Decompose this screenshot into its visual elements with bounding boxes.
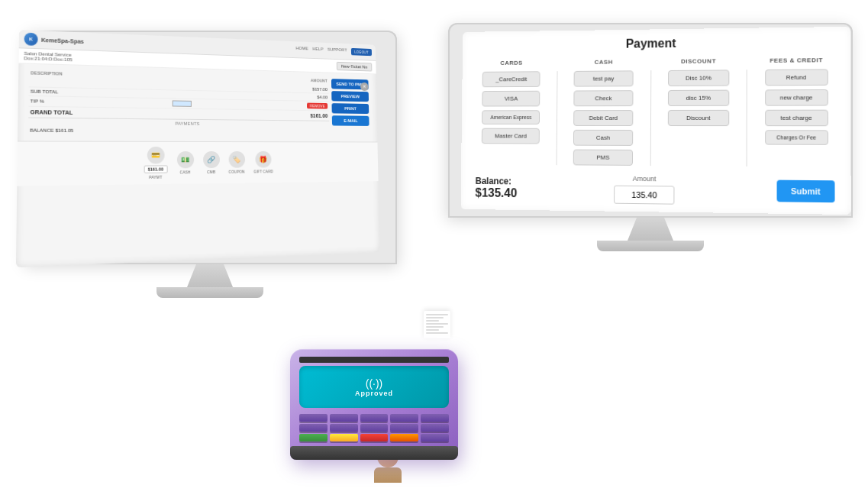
key-extra[interactable]	[421, 434, 449, 441]
new-charge-button[interactable]: new charge	[765, 89, 828, 106]
new-ticket-button[interactable]: New-Ticket No	[337, 62, 373, 72]
fees-column: FEES & CREDIT Refund new charge test cha…	[753, 57, 840, 167]
coupon-label: COUPON	[228, 170, 244, 174]
pos-terminal: ((·)) Approved	[290, 349, 458, 460]
pms-button[interactable]: PMS	[573, 150, 633, 166]
coupon-icon: 🏷️	[228, 151, 245, 168]
key-3[interactable]	[360, 414, 389, 422]
close-button[interactable]: ✕	[360, 82, 369, 91]
receipt-paper	[424, 311, 450, 338]
cash-column-title: CASH	[595, 59, 613, 66]
key-1[interactable]	[299, 414, 328, 422]
key-orange[interactable]	[390, 434, 418, 441]
amex-button[interactable]: American Express	[482, 110, 540, 124]
mastercard-button[interactable]: Master Card	[482, 128, 540, 144]
receipt-line	[426, 314, 448, 315]
nav-help[interactable]: HELP	[312, 47, 323, 54]
tip-input[interactable]	[173, 100, 192, 106]
test-pay-button[interactable]: test pay	[574, 70, 634, 86]
terminal-body: ((·)) Approved	[290, 349, 458, 460]
payments-label: PAYMENTS	[175, 121, 199, 126]
main-scene: K KemeSpa-Spas HOME HELP SUPPORT LOGOUT	[0, 0, 868, 498]
disc10-button[interactable]: Disc 10%	[668, 70, 729, 86]
cash-icon-item[interactable]: 💵 CASH	[176, 151, 193, 174]
key-7[interactable]	[330, 424, 358, 432]
visa-button[interactable]: VISA	[482, 91, 540, 107]
person-body	[374, 467, 402, 483]
right-monitor-screen: Payment CARDS _CareCredit VISA American …	[460, 27, 850, 215]
submit-button[interactable]: Submit	[776, 180, 834, 203]
left-monitor-bezel: K KemeSpa-Spas HOME HELP SUPPORT LOGOUT	[23, 31, 397, 264]
content-area: DESCRIPTION AMOUNT $157.00 SUB TOTAL $4	[23, 67, 373, 139]
balance-label-right: Balance:	[476, 176, 518, 186]
card-slot	[299, 357, 449, 363]
payment-columns: CARDS _CareCredit VISA American Express …	[471, 57, 839, 167]
receipt-line	[426, 329, 439, 331]
print-button[interactable]: PRINT	[331, 103, 369, 114]
gift-card-icon-item[interactable]: 🎁 GIFT CARD	[253, 151, 273, 174]
nav-home[interactable]: HOME	[295, 46, 308, 53]
key-green[interactable]	[299, 434, 328, 441]
key-8[interactable]	[360, 424, 389, 432]
desc-header: DESCRIPTION	[31, 70, 63, 76]
right-monitor-stand	[628, 218, 673, 241]
key-red[interactable]	[360, 434, 389, 441]
balance-value: $161.05	[55, 128, 73, 133]
divider-1	[556, 71, 557, 165]
approved-text: Approved	[355, 390, 393, 397]
cards-column-title: CARDS	[500, 60, 522, 66]
right-monitor-base	[597, 241, 704, 251]
balance-display: Balance: $135.40	[475, 176, 517, 200]
charges-or-fee-button[interactable]: Charges Or Fee	[765, 130, 828, 145]
key-9[interactable]	[390, 424, 418, 432]
preview-button[interactable]: PREVIEW	[331, 91, 369, 102]
divider-2	[650, 70, 651, 166]
terminal-screen: ((·)) Approved	[299, 366, 449, 408]
top-navigation: HOME HELP SUPPORT LOGOUT	[295, 46, 372, 56]
payment-icon-item[interactable]: 💳 $161.00 PAYMT	[144, 147, 167, 179]
cmb-icon-item[interactable]: 🔗 CMB	[203, 151, 220, 174]
key-5[interactable]	[421, 414, 449, 422]
invoice-table: DESCRIPTION AMOUNT $157.00 SUB TOTAL $4	[28, 70, 330, 136]
check-button[interactable]: Check	[573, 90, 633, 106]
carecredit-button[interactable]: _CareCredit	[482, 71, 540, 87]
refund-button[interactable]: Refund	[765, 69, 828, 86]
key-4[interactable]	[390, 414, 418, 422]
bottom-icon-bar: 💳 $161.00 PAYMT 💵 CASH 🔗 CMB	[17, 141, 378, 186]
cmb-label: CMB	[207, 170, 215, 174]
row1-amount: $157.00	[312, 87, 328, 92]
gift-card-label: GIFT CARD	[253, 169, 273, 173]
receipt-line	[426, 323, 448, 325]
grand-total-label: GRAND TOTAL	[30, 109, 73, 115]
cash-column: CASH test pay Check Debit Card Cash PMS	[563, 58, 644, 166]
payment-bottom-bar: Balance: $135.40 Amount Submit	[471, 173, 840, 206]
amount-input[interactable]	[614, 186, 674, 205]
receipt-line	[426, 332, 448, 334]
email-button[interactable]: E-MAIL	[332, 115, 369, 126]
balance-row: BALANCE $161.05	[28, 126, 330, 136]
terminal-keypad	[299, 414, 449, 441]
coupon-icon-item[interactable]: 🏷️ COUPON	[228, 151, 245, 174]
key-yellow[interactable]	[330, 434, 358, 441]
discount-button[interactable]: Discount	[668, 110, 729, 126]
left-monitor: K KemeSpa-Spas HOME HELP SUPPORT LOGOUT	[23, 31, 397, 298]
left-monitor-stand	[187, 264, 233, 287]
logout-button[interactable]: LOGOUT	[351, 48, 372, 56]
left-monitor-base	[156, 287, 263, 298]
remove-button[interactable]: REMOVE	[307, 103, 328, 109]
logo-area: K KemeSpa-Spas	[24, 33, 84, 48]
subtotal-value: $4.00	[317, 95, 328, 99]
key-2[interactable]	[330, 414, 358, 422]
cash-button[interactable]: Cash	[573, 130, 633, 146]
amount-header: AMOUNT	[311, 78, 328, 82]
key-6[interactable]	[299, 424, 328, 432]
test-charge-button[interactable]: test charge	[765, 110, 828, 127]
brand-name: KemeSpa-Spas	[41, 37, 84, 44]
right-monitor-bezel: Payment CARDS _CareCredit VISA American …	[448, 23, 853, 218]
disc15-button[interactable]: disc 15%	[668, 90, 729, 106]
payment-screen-content: Payment CARDS _CareCredit VISA American …	[460, 27, 850, 215]
right-monitor: Payment CARDS _CareCredit VISA American …	[448, 23, 853, 251]
nav-support[interactable]: SUPPORT	[328, 47, 347, 55]
debit-card-button[interactable]: Debit Card	[573, 110, 633, 126]
key-0[interactable]	[421, 424, 449, 432]
